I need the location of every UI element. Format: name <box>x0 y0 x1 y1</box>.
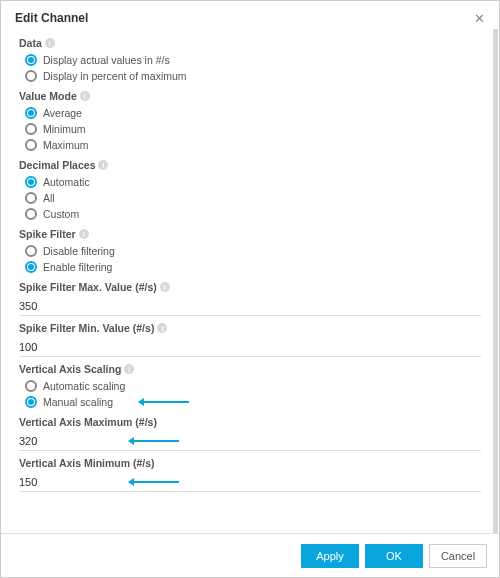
radio-icon <box>25 380 37 392</box>
radio-icon <box>25 54 37 66</box>
radio-icon <box>25 70 37 82</box>
input-row-spike-min <box>19 337 481 357</box>
section-label-data: Data i <box>19 37 481 49</box>
radio-label: Automatic <box>43 176 90 188</box>
section-label-value-mode: Value Mode i <box>19 90 481 102</box>
radio-label: Custom <box>43 208 79 220</box>
input-row-vaxis-max <box>19 431 481 451</box>
section-label-spike-max: Spike Filter Max. Value (#/s) i <box>19 281 481 293</box>
radio-icon <box>25 139 37 151</box>
radio-label: Disable filtering <box>43 245 115 257</box>
info-icon[interactable]: i <box>157 323 167 333</box>
radio-label: Manual scaling <box>43 396 113 408</box>
label-text: Vertical Axis Maximum (#/s) <box>19 416 157 428</box>
dialog-footer: Apply OK Cancel <box>1 533 499 577</box>
section-label-spike-min: Spike Filter Min. Value (#/s) i <box>19 322 481 334</box>
arrow-left-icon <box>129 481 179 483</box>
section-spike-min: Spike Filter Min. Value (#/s) i <box>19 322 481 357</box>
input-row-spike-max <box>19 296 481 316</box>
info-icon[interactable]: i <box>98 160 108 170</box>
radio-icon <box>25 176 37 188</box>
spike-max-input[interactable] <box>19 299 481 313</box>
label-text: Spike Filter Max. Value (#/s) <box>19 281 157 293</box>
radio-label: All <box>43 192 55 204</box>
radio-decimal-auto[interactable]: Automatic <box>19 174 481 190</box>
label-text: Vertical Axis Scaling <box>19 363 121 375</box>
info-icon[interactable]: i <box>124 364 134 374</box>
input-row-vaxis-min <box>19 472 481 492</box>
info-icon[interactable]: i <box>160 282 170 292</box>
section-vaxis: Vertical Axis Scaling i Automatic scalin… <box>19 363 481 410</box>
label-text: Value Mode <box>19 90 77 102</box>
label-text: Decimal Places <box>19 159 95 171</box>
radio-icon <box>25 208 37 220</box>
radio-value-average[interactable]: Average <box>19 105 481 121</box>
radio-icon <box>25 261 37 273</box>
close-icon[interactable]: ✕ <box>474 12 485 25</box>
radio-icon <box>25 192 37 204</box>
section-label-decimal: Decimal Places i <box>19 159 481 171</box>
radio-icon <box>25 123 37 135</box>
radio-vaxis-auto[interactable]: Automatic scaling <box>19 378 481 394</box>
label-text: Spike Filter <box>19 228 76 240</box>
apply-button[interactable]: Apply <box>301 544 359 568</box>
radio-label: Average <box>43 107 82 119</box>
arrow-left-icon <box>129 440 179 442</box>
section-label-vaxis-min: Vertical Axis Minimum (#/s) <box>19 457 481 469</box>
radio-icon <box>25 245 37 257</box>
radio-label: Automatic scaling <box>43 380 125 392</box>
section-vaxis-min: Vertical Axis Minimum (#/s) <box>19 457 481 492</box>
radio-label: Display actual values in #/s <box>43 54 170 66</box>
radio-spike-enable[interactable]: Enable filtering <box>19 259 481 275</box>
radio-vaxis-manual[interactable]: Manual scaling <box>19 394 481 410</box>
dialog-content: Data i Display actual values in #/s Disp… <box>1 33 499 533</box>
section-value-mode: Value Mode i Average Minimum Maximum <box>19 90 481 153</box>
dialog-title: Edit Channel <box>15 11 88 25</box>
info-icon[interactable]: i <box>45 38 55 48</box>
label-text: Vertical Axis Minimum (#/s) <box>19 457 155 469</box>
section-data: Data i Display actual values in #/s Disp… <box>19 37 481 84</box>
radio-label: Maximum <box>43 139 89 151</box>
radio-value-minimum[interactable]: Minimum <box>19 121 481 137</box>
label-text: Spike Filter Min. Value (#/s) <box>19 322 154 334</box>
section-decimal: Decimal Places i Automatic All Custom <box>19 159 481 222</box>
section-spike-filter: Spike Filter i Disable filtering Enable … <box>19 228 481 275</box>
spike-min-input[interactable] <box>19 340 481 354</box>
radio-value-maximum[interactable]: Maximum <box>19 137 481 153</box>
radio-icon <box>25 107 37 119</box>
dialog-header: Edit Channel ✕ <box>1 1 499 31</box>
radio-label: Display in percent of maximum <box>43 70 187 82</box>
radio-icon <box>25 396 37 408</box>
vaxis-min-input[interactable] <box>19 475 481 489</box>
radio-decimal-all[interactable]: All <box>19 190 481 206</box>
ok-button[interactable]: OK <box>365 544 423 568</box>
radio-label: Minimum <box>43 123 86 135</box>
section-label-vaxis: Vertical Axis Scaling i <box>19 363 481 375</box>
label-text: Data <box>19 37 42 49</box>
arrow-left-icon <box>139 401 189 403</box>
vaxis-max-input[interactable] <box>19 434 481 448</box>
section-label-vaxis-max: Vertical Axis Maximum (#/s) <box>19 416 481 428</box>
radio-data-actual[interactable]: Display actual values in #/s <box>19 52 481 68</box>
radio-label: Enable filtering <box>43 261 112 273</box>
radio-data-percent[interactable]: Display in percent of maximum <box>19 68 481 84</box>
info-icon[interactable]: i <box>79 229 89 239</box>
cancel-button[interactable]: Cancel <box>429 544 487 568</box>
section-spike-max: Spike Filter Max. Value (#/s) i <box>19 281 481 316</box>
info-icon[interactable]: i <box>80 91 90 101</box>
radio-decimal-custom[interactable]: Custom <box>19 206 481 222</box>
section-label-spike: Spike Filter i <box>19 228 481 240</box>
section-vaxis-max: Vertical Axis Maximum (#/s) <box>19 416 481 451</box>
radio-spike-disable[interactable]: Disable filtering <box>19 243 481 259</box>
